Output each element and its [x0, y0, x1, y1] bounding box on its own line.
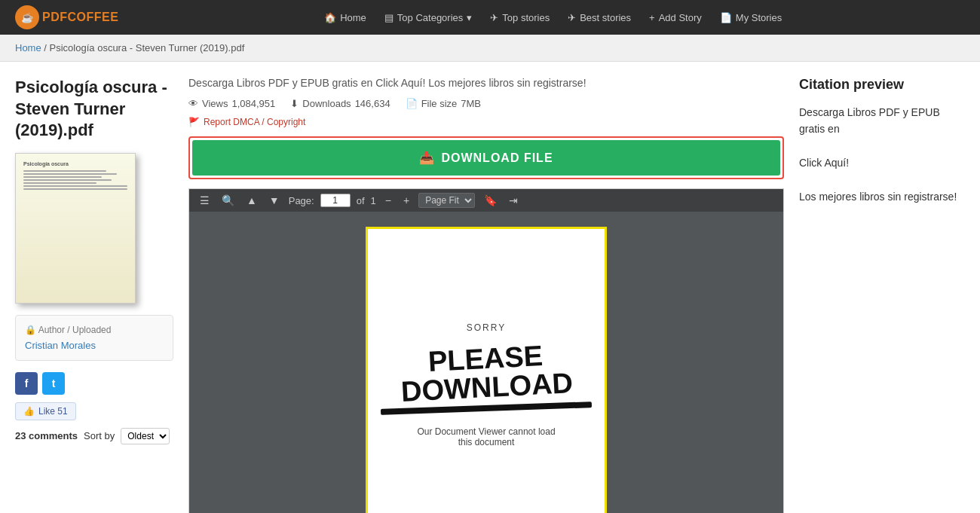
- nav-add-story-label: Add Story: [659, 12, 702, 23]
- downloads-meta: ⬇ Downloads 146,634: [290, 98, 390, 109]
- brand-link[interactable]: ☕ PDFCOFFEE: [15, 5, 118, 29]
- pdf-content-area: SORRY PLEASEDOWNLOAD Our Document Viewer…: [189, 212, 783, 513]
- pdf-sidebar-toggle[interactable]: ☰: [197, 193, 213, 208]
- breadcrumb-home[interactable]: Home: [15, 42, 41, 53]
- pdf-zoom-out[interactable]: −: [382, 193, 394, 208]
- thumb-line: [23, 188, 127, 190]
- sort-select[interactable]: Oldest: [121, 428, 170, 444]
- nav-top-stories-label: Top stories: [502, 12, 550, 23]
- thumb-lines: [23, 170, 127, 190]
- doc-title: Psicología oscura - Steven Turner (2019)…: [15, 77, 173, 142]
- right-sidebar: Citation preview Descarga Libros PDF y E…: [799, 77, 965, 513]
- pdf-viewer: ☰ 🔍 ▲ ▼ Page: of 1 − + Page Fit 🔖 ⇥ SORR…: [188, 188, 784, 513]
- author-label: 🔒 Author / Uploaded: [25, 325, 164, 335]
- nav-item-my-stories[interactable]: 📄 My Stories: [712, 8, 789, 28]
- thumbnail-inner: Psicología oscura: [16, 154, 135, 303]
- pdf-prev-page[interactable]: ▲: [243, 193, 260, 208]
- nav-item-categories[interactable]: ▤ Top Categories ▾: [377, 8, 479, 28]
- top-stories-icon: ✈: [490, 12, 498, 23]
- brand-name: PDFCOFFEE: [42, 11, 118, 24]
- thumb-line: [23, 185, 127, 187]
- pdf-page-total: 1: [371, 195, 376, 206]
- brand-icon: ☕: [21, 12, 33, 23]
- pdf-sorry-text: SORRY: [467, 322, 506, 333]
- like-icon: 👍: [23, 406, 35, 417]
- author-name[interactable]: Cristian Morales: [25, 340, 96, 351]
- citation-title: Citation preview: [799, 77, 965, 93]
- lock-icon: 🔒: [25, 325, 36, 335]
- citation-line1: Descarga Libros PDF y EPUB gratis en: [799, 106, 940, 135]
- like-label: Like 51: [38, 406, 68, 417]
- twitter-button[interactable]: t: [42, 372, 65, 395]
- citation-text: Descarga Libros PDF y EPUB gratis en Cli…: [799, 104, 965, 205]
- my-stories-icon: 📄: [720, 12, 732, 23]
- file-icon: 📄: [406, 98, 418, 109]
- main-container: Psicología oscura - Steven Turner (2019)…: [0, 62, 980, 513]
- author-box: 🔒 Author / Uploaded Cristian Morales: [15, 315, 173, 361]
- download-file-button[interactable]: 📥 DOWNLOAD FILE: [192, 140, 780, 176]
- pdf-page-of: of: [357, 195, 365, 206]
- citation-line2: Click Aquí!: [799, 157, 849, 169]
- pdf-fit-select[interactable]: Page Fit: [418, 193, 475, 208]
- downloads-label: Downloads: [302, 98, 351, 109]
- best-stories-icon: ✈: [568, 12, 576, 23]
- pdf-cannot-load-text: Our Document Viewer cannot loadthis docu…: [417, 426, 555, 447]
- comments-row: 23 comments Sort by Oldest: [15, 428, 173, 444]
- thumb-line: [23, 179, 112, 181]
- pdf-search-button[interactable]: 🔍: [219, 193, 237, 208]
- download-file-icon: 📥: [419, 151, 435, 165]
- left-sidebar: Psicología oscura - Steven Turner (2019)…: [15, 77, 173, 513]
- report-dmca-link[interactable]: 🚩 Report DMCA / Copyright: [188, 117, 784, 127]
- filesize-meta: 📄 File size 7MB: [406, 98, 481, 109]
- nav-item-home[interactable]: 🏠 Home: [317, 8, 374, 28]
- navbar: ☕ PDFCOFFEE 🏠 Home ▤ Top Categories ▾ ✈ …: [0, 0, 980, 35]
- filesize-value: 7MB: [461, 98, 481, 109]
- download-btn-label: DOWNLOAD FILE: [441, 151, 553, 165]
- sort-by-label: Sort by: [84, 430, 115, 441]
- chevron-down-icon: ▾: [467, 12, 472, 23]
- categories-icon: ▤: [384, 12, 394, 23]
- thumb-line: [23, 176, 102, 178]
- report-label: Report DMCA / Copyright: [204, 117, 305, 127]
- filesize-label: File size: [421, 98, 458, 109]
- breadcrumb-separator: /: [44, 42, 47, 53]
- pdf-page: SORRY PLEASEDOWNLOAD Our Document Viewer…: [366, 227, 607, 513]
- download-icon: ⬇: [290, 98, 299, 109]
- citation-line3: Los mejores libros sin registrarse!: [799, 191, 957, 203]
- doc-meta: 👁 Views 1,084,951 ⬇ Downloads 146,634 📄 …: [188, 98, 784, 109]
- doc-thumbnail: Psicología oscura: [15, 153, 136, 304]
- nav-item-top-stories[interactable]: ✈ Top stories: [482, 8, 557, 28]
- eye-icon: 👁: [188, 98, 198, 109]
- nav-categories-label: Top Categories: [397, 12, 463, 23]
- pdf-please-download-text: PLEASEDOWNLOAD: [399, 340, 574, 406]
- thumb-line: [23, 182, 96, 184]
- brand-logo: ☕: [15, 5, 39, 29]
- home-icon: 🏠: [324, 12, 336, 23]
- pdf-page-input[interactable]: [320, 194, 351, 207]
- facebook-button[interactable]: f: [15, 372, 38, 395]
- social-buttons: f t: [15, 372, 173, 395]
- pdf-zoom-in[interactable]: +: [400, 193, 412, 208]
- nav-item-best-stories[interactable]: ✈ Best stories: [560, 8, 639, 28]
- nav-home-label: Home: [340, 12, 366, 23]
- pdf-page-label: Page:: [289, 195, 314, 206]
- center-content: Descarga Libros PDF y EPUB gratis en Cli…: [188, 77, 784, 513]
- thumb-title: Psicología oscura: [23, 161, 127, 166]
- downloads-value: 146,634: [355, 98, 390, 109]
- add-story-icon: +: [649, 12, 655, 23]
- breadcrumb: Home / Psicología oscura - Steven Turner…: [0, 35, 980, 62]
- pdf-next-page[interactable]: ▼: [266, 193, 283, 208]
- like-button[interactable]: 👍 Like 51: [15, 402, 76, 420]
- pdf-toolbar: ☰ 🔍 ▲ ▼ Page: of 1 − + Page Fit 🔖 ⇥: [189, 189, 783, 212]
- nav-links: 🏠 Home ▤ Top Categories ▾ ✈ Top stories …: [141, 8, 965, 28]
- flag-icon: 🚩: [188, 117, 200, 127]
- pdf-more-options[interactable]: ⇥: [506, 193, 521, 208]
- nav-item-add-story[interactable]: + Add Story: [642, 8, 709, 28]
- breadcrumb-current: Psicología oscura - Steven Turner (2019)…: [50, 42, 245, 53]
- thumb-line: [23, 173, 117, 175]
- views-label: Views: [202, 98, 228, 109]
- download-btn-wrapper: 📥 DOWNLOAD FILE: [188, 136, 784, 179]
- views-meta: 👁 Views 1,084,951: [188, 98, 275, 109]
- pdf-bookmark[interactable]: 🔖: [481, 193, 500, 208]
- comments-count: 23 comments: [15, 430, 78, 441]
